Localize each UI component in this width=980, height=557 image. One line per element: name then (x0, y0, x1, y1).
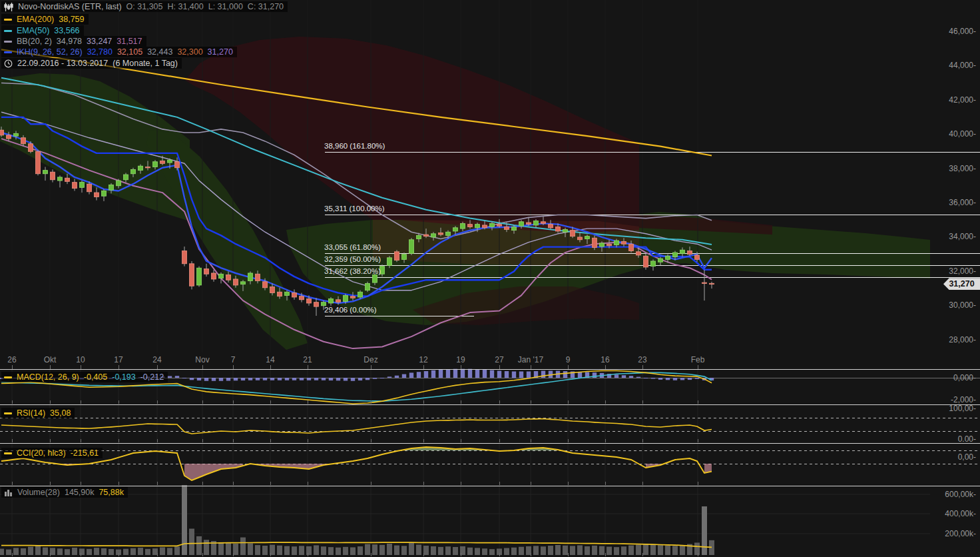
time-axis-label[interactable]: 14 (252, 355, 289, 364)
price-axis-label[interactable]: 46,000- (928, 27, 976, 36)
ikh-swatch-icon (4, 51, 12, 53)
volume-bar (174, 546, 180, 555)
legend-volume[interactable]: Volume(28) 145,90k 75,88k (1, 487, 128, 498)
volume-bar (160, 547, 165, 555)
time-axis-label[interactable]: 19 (442, 355, 479, 364)
price-axis-label[interactable]: 44,000- (928, 61, 976, 70)
ema200-label: EMA(200) (17, 15, 54, 24)
time-axis-label[interactable]: Feb (679, 355, 716, 364)
volume-bar (321, 546, 326, 555)
rsi-label: RSI(14) (17, 408, 45, 418)
time-axis-label[interactable]: 21 (289, 355, 326, 364)
candle (124, 175, 128, 180)
legend-rsi[interactable]: RSI(14) 35,08 (1, 408, 75, 418)
candle (446, 232, 451, 235)
volume-bar (123, 549, 128, 555)
macd-swatch-icon (4, 376, 12, 378)
time-axis-label[interactable]: 10 (62, 355, 99, 364)
legend-macd[interactable]: MACD(12, 26, 9) -0,405 -0,193 -0,212 (1, 372, 168, 382)
legend-ichimoku[interactable]: IKH(9, 26, 52, 26) 32,780 32,105 32,443 … (1, 47, 237, 57)
close-value: C: 31,270 (248, 2, 284, 11)
volume-bar (387, 544, 392, 555)
price-axis-label[interactable]: 30,000- (928, 300, 976, 310)
price-axis-label[interactable]: 28,000- (928, 335, 976, 344)
candle (475, 225, 480, 228)
price-axis-label[interactable]: 32,000- (928, 267, 976, 276)
time-axis-label[interactable]: 26 (0, 355, 31, 364)
legend-ema50[interactable]: EMA(50) 33,566 (1, 25, 84, 36)
instrument-header[interactable]: Novo-NordiskAS (ETR, last) O: 31,305 H: … (1, 1, 288, 12)
candle (109, 185, 114, 190)
time-axis-label[interactable]: 12 (405, 355, 442, 364)
volume-bar (35, 545, 41, 555)
candle (614, 241, 619, 245)
cci-value: -215,61 (71, 448, 99, 458)
macd-axis-label[interactable]: -2,000- (928, 395, 976, 404)
volume-axis-label[interactable]: 200,00k- (928, 529, 976, 538)
price-axis-label[interactable]: 36,000- (928, 198, 976, 207)
volume-bar (409, 542, 414, 555)
time-axis-label[interactable]: Dez (352, 355, 389, 364)
volume-axis-label[interactable]: 400,00k- (928, 509, 976, 518)
volume-bar (658, 545, 663, 555)
bb-swatch-icon (4, 41, 12, 43)
volume-bar (57, 548, 63, 555)
instrument-title: Novo-NordiskAS (ETR, last) (18, 2, 122, 11)
volume-bar (416, 544, 421, 555)
legend-ema200[interactable]: EMA(200) 38,759 (1, 14, 89, 25)
time-axis-label[interactable]: 24 (138, 355, 176, 364)
volume-bar (482, 548, 487, 555)
candle (270, 287, 275, 293)
candle (461, 223, 465, 229)
volume-bar (101, 548, 107, 555)
volume-bar (248, 543, 253, 555)
candle (373, 275, 377, 283)
volume-bar (255, 545, 260, 555)
time-axis-label[interactable]: 9 (549, 355, 587, 364)
chart-canvas[interactable] (0, 0, 980, 557)
candle (622, 241, 626, 244)
candle (278, 292, 282, 296)
candle (644, 256, 648, 267)
price-axis-label[interactable]: 38,000- (928, 164, 976, 173)
legend-bollinger[interactable]: BB(20, 2) 34,978 33,247 31,517 (1, 36, 146, 47)
date-range-row[interactable]: 22.09.2016 - 13.03.2017 (6 Monate, 1 Tag… (1, 58, 182, 69)
candle (534, 221, 539, 225)
volume-bar (284, 546, 290, 555)
candle (512, 227, 517, 231)
price-axis-label[interactable]: 42,000- (928, 95, 976, 105)
time-axis-label[interactable]: 16 (587, 355, 624, 364)
open-value: O: 31,305 (126, 2, 163, 11)
candle (673, 253, 678, 257)
volume-bar (504, 548, 509, 555)
time-axis-label[interactable]: 7 (214, 355, 252, 364)
candle (651, 261, 656, 267)
candle (248, 273, 253, 281)
volume-axis-label[interactable]: 600,00k- (928, 490, 976, 499)
time-axis-label[interactable]: Jan '17 (512, 355, 549, 364)
time-axis-label[interactable]: 17 (100, 355, 137, 364)
legend-cci[interactable]: CCI(20, hlc3) -215,61 (1, 448, 103, 458)
volume-bar (240, 538, 246, 555)
rsi-axis-label[interactable]: 0.00- (928, 434, 976, 444)
candle (226, 275, 231, 280)
candle (307, 299, 312, 303)
volume-bar (72, 548, 77, 555)
volume-bar (343, 547, 348, 555)
price-axis-label[interactable]: 40,000- (928, 129, 976, 139)
volume-bar (328, 547, 334, 555)
candle (36, 151, 41, 173)
time-axis-label[interactable]: 23 (624, 355, 661, 364)
candle (234, 279, 238, 285)
cci-axis-label[interactable]: 0,00- (928, 452, 976, 462)
volume-bar (548, 546, 553, 555)
ema50-value: 33,566 (54, 26, 79, 35)
candle (563, 229, 568, 232)
rsi-axis-label[interactable]: 100,00- (928, 404, 976, 413)
volume-bar (109, 549, 114, 555)
fibonacci-level-label: 29,406 (0.00%) (324, 306, 377, 314)
volume-bar (570, 546, 575, 555)
macd-axis-label[interactable]: 0,000- (928, 373, 976, 382)
volume-bar (636, 544, 641, 555)
price-axis-label[interactable]: 34,000- (928, 232, 976, 241)
